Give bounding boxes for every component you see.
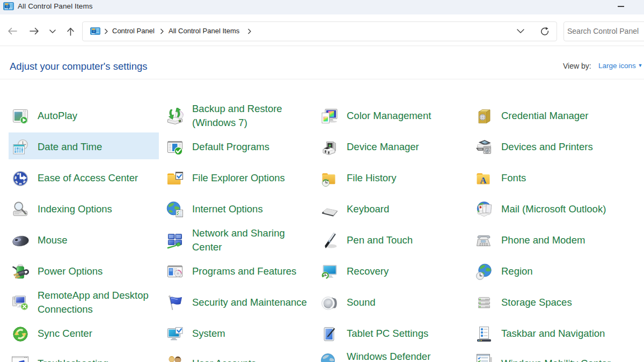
svg-text:A: A [480,175,487,186]
